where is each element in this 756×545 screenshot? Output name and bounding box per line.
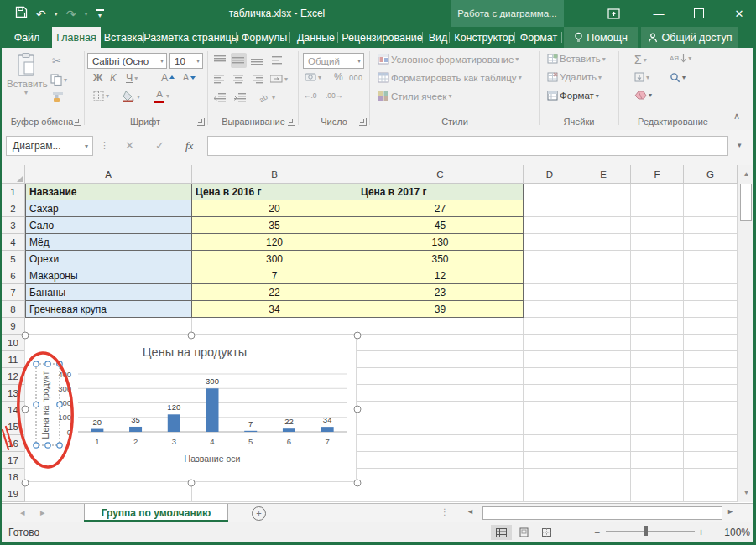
chart-resize-handle[interactable]	[22, 480, 29, 487]
scroll-down-icon[interactable]: ▼	[740, 485, 753, 499]
cell-G18[interactable]	[684, 469, 738, 485]
underline-button[interactable]: Ч▾	[126, 72, 138, 84]
x-axis-title[interactable]: Название оси	[185, 454, 241, 464]
chart-title[interactable]: Цены на продукты	[143, 345, 247, 359]
chart-resize-handle[interactable]	[22, 406, 29, 413]
hscroll-left-icon[interactable]: ◄	[467, 507, 474, 516]
merge-center-icon[interactable]: ▾	[269, 71, 289, 86]
cell-D9[interactable]	[524, 318, 576, 335]
cell-B7[interactable]: 22	[192, 284, 357, 301]
formula-bar-splitter[interactable]: ⋮	[100, 140, 109, 151]
cell-D1[interactable]	[524, 184, 576, 200]
chart-resize-handle[interactable]	[188, 332, 196, 340]
cell-G1[interactable]	[684, 184, 738, 200]
cell-G15[interactable]	[684, 418, 738, 435]
cell-F13[interactable]	[631, 385, 684, 402]
tab-данные[interactable]: Данные	[292, 27, 340, 48]
scroll-up-icon[interactable]: ▲	[740, 167, 753, 180]
cell-F11[interactable]	[631, 351, 684, 368]
name-box-dropdown-icon[interactable]: ▾	[85, 143, 88, 150]
cell-E5[interactable]	[576, 251, 631, 267]
add-sheet-button[interactable]: +	[252, 506, 266, 521]
row-header-1[interactable]: 1	[2, 184, 25, 200]
conditional-formatting-button[interactable]: Условное форматирование▾	[378, 54, 519, 65]
maximize-button[interactable]	[685, 0, 713, 27]
cell-G10[interactable]	[684, 335, 738, 351]
selection-handle[interactable]	[34, 361, 39, 366]
wrap-text-icon[interactable]	[270, 53, 286, 68]
selection-handle[interactable]	[45, 443, 50, 448]
ribbon-display-options-button[interactable]	[599, 0, 628, 27]
selection-handle[interactable]	[45, 361, 50, 366]
page-break-view-button[interactable]	[536, 525, 557, 540]
increase-decimal-button[interactable]: ←.0	[304, 91, 317, 100]
cell-E19[interactable]	[576, 485, 631, 502]
bar-1[interactable]	[91, 429, 103, 432]
cell-F16[interactable]	[631, 435, 684, 452]
row-header-4[interactable]: 4	[2, 234, 25, 251]
cell-E4[interactable]	[576, 234, 631, 251]
column-header-A[interactable]: A	[25, 165, 192, 184]
name-box[interactable]: Диаграм... ▾	[6, 136, 93, 156]
row-header-5[interactable]: 5	[2, 251, 25, 267]
vertical-scrollbar[interactable]: ▲ ▼	[738, 165, 753, 502]
delete-cells-button[interactable]: Удалить▾	[547, 72, 602, 82]
comma-style-button[interactable]: 000	[349, 74, 363, 82]
cell-C19[interactable]	[357, 485, 524, 502]
horizontal-scrollbar-thumb[interactable]	[482, 506, 722, 520]
selection-handle[interactable]	[34, 402, 39, 407]
row-header-6[interactable]: 6	[2, 267, 25, 284]
cell-E10[interactable]	[576, 335, 631, 351]
cell-B19[interactable]	[192, 485, 357, 502]
cell-C12[interactable]	[357, 368, 524, 385]
cut-icon[interactable]: ✂	[52, 54, 61, 67]
column-header-D[interactable]: D	[524, 165, 576, 184]
column-header-C[interactable]: C	[357, 165, 524, 184]
cell-E2[interactable]	[576, 200, 631, 217]
cell-D18[interactable]	[524, 469, 576, 485]
cell-F9[interactable]	[631, 318, 684, 335]
autosum-button[interactable]: Σ▾	[634, 53, 647, 66]
cell-F15[interactable]	[631, 418, 684, 435]
number-format-combo[interactable]: Общий▾	[303, 53, 364, 69]
cell-E9[interactable]	[576, 318, 631, 335]
cell-C9[interactable]	[357, 318, 524, 335]
cell-G14[interactable]	[684, 402, 738, 418]
cell-styles-button[interactable]: Стили ячеек▾	[378, 91, 451, 101]
chart-resize-handle[interactable]	[22, 332, 29, 340]
cell-D3[interactable]	[524, 217, 576, 234]
row-header-3[interactable]: 3	[2, 217, 25, 234]
cell-C7[interactable]: 23	[357, 284, 524, 301]
cell-C6[interactable]: 12	[357, 267, 524, 284]
undo-icon[interactable]: ↶	[36, 7, 46, 22]
cell-C18[interactable]	[357, 469, 524, 485]
cell-B1[interactable]: Цена в 2016 г	[192, 184, 357, 200]
cell-B2[interactable]: 20	[192, 200, 357, 217]
cell-F6[interactable]	[631, 267, 684, 284]
tab-вставка[interactable]: Вставка	[102, 27, 144, 48]
borders-button[interactable]: ▾	[93, 91, 109, 101]
row-header-11[interactable]: 11	[2, 351, 25, 368]
cell-B9[interactable]	[192, 318, 357, 335]
fill-button[interactable]: ▾	[634, 72, 649, 82]
cell-A7[interactable]: Бананы	[25, 284, 192, 301]
bar-5[interactable]	[244, 431, 257, 432]
italic-button[interactable]: К	[110, 72, 116, 84]
cell-D11[interactable]	[524, 351, 576, 368]
cell-D4[interactable]	[524, 234, 576, 251]
page-layout-view-button[interactable]	[514, 525, 534, 540]
tab-главная[interactable]: Главная	[52, 27, 101, 48]
column-header-F[interactable]: F	[631, 165, 684, 184]
tab-формат[interactable]: Формат	[517, 27, 560, 48]
font-dialog-launcher[interactable]	[197, 118, 205, 126]
cell-C3[interactable]: 45	[357, 217, 524, 234]
bar-3[interactable]	[168, 414, 180, 432]
cell-F4[interactable]	[631, 234, 684, 251]
cell-D12[interactable]	[524, 368, 576, 385]
cell-F7[interactable]	[631, 284, 684, 301]
cell-F1[interactable]	[631, 184, 684, 200]
selection-handle[interactable]	[57, 402, 62, 407]
cell-F2[interactable]	[631, 200, 684, 217]
align-top-icon[interactable]	[212, 53, 228, 68]
cell-F17[interactable]	[631, 452, 684, 469]
